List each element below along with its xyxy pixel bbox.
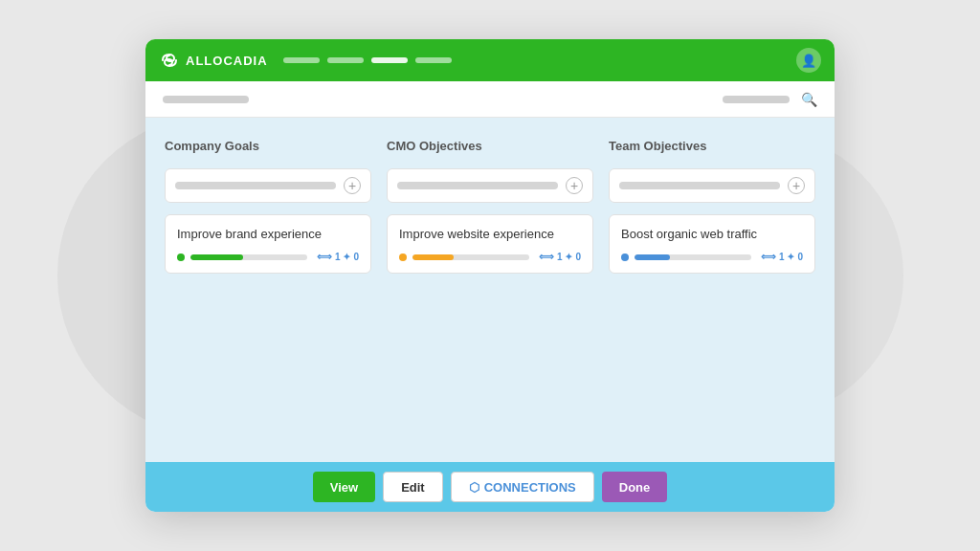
- column-cmo-objectives: CMO Objectives + Improve website experie…: [387, 139, 593, 274]
- allocadia-logo-icon: [159, 50, 180, 71]
- add-input-team-objectives: [619, 182, 780, 189]
- edit-button[interactable]: Edit: [383, 472, 443, 502]
- progress-bar-fill-2: [635, 254, 670, 260]
- progress-bar-bg-2: [635, 254, 751, 260]
- search-icon[interactable]: 🔍: [801, 92, 817, 107]
- goal-card-team-objectives-0[interactable]: Boost organic web traffic ⟺ 1 ✦ 0: [609, 214, 815, 274]
- done-button[interactable]: Done: [602, 472, 668, 502]
- goal-card-title-1: Improve website experience: [399, 227, 581, 241]
- goal-card-bottom-0: ⟺ 1 ✦ 0: [177, 251, 359, 263]
- topbar-logo: ALLOCADIA: [159, 50, 268, 71]
- card-count-0: ⟺ 1 ✦ 0: [317, 251, 359, 263]
- topbar-nav-pill-2[interactable]: [327, 57, 364, 63]
- card-count-icon-0: ⟺: [317, 251, 332, 263]
- subbar-nav-pill-2: [723, 96, 790, 103]
- goal-card-bottom-1: ⟺ 1 ✦ 0: [399, 251, 581, 263]
- status-dot-blue: [621, 253, 629, 261]
- card-count-icon-2: ⟺: [761, 251, 776, 263]
- main-content: Company Goals + Improve brand experience…: [145, 118, 835, 462]
- view-button[interactable]: View: [313, 472, 375, 502]
- subbar: 🔍: [145, 81, 835, 118]
- topbar: ALLOCADIA 👤: [145, 39, 835, 81]
- topbar-nav-pill-3[interactable]: [371, 57, 408, 63]
- goal-card-cmo-objectives-0[interactable]: Improve website experience ⟺ 1 ✦ 0: [387, 214, 593, 274]
- subbar-nav-pill-1[interactable]: [163, 96, 249, 103]
- status-dot-yellow: [399, 253, 407, 261]
- progress-bar-fill-0: [190, 254, 243, 260]
- user-avatar-icon[interactable]: 👤: [796, 48, 821, 73]
- add-row-cmo-objectives[interactable]: +: [387, 168, 593, 203]
- add-plus-team-objectives[interactable]: +: [788, 177, 805, 194]
- column-company-goals: Company Goals + Improve brand experience…: [165, 139, 371, 274]
- connections-button[interactable]: ⬡ CONNECTIONS: [451, 472, 594, 502]
- app-window: ALLOCADIA 👤 🔍 Company Goals +: [145, 39, 835, 512]
- add-row-team-objectives[interactable]: +: [609, 168, 815, 203]
- column-team-objectives: Team Objectives + Boost organic web traf…: [609, 139, 815, 274]
- status-dot-green: [177, 253, 185, 261]
- goal-card-title-0: Improve brand experience: [177, 227, 359, 241]
- card-count-2: ⟺ 1 ✦ 0: [761, 251, 803, 263]
- card-count-icon-1: ⟺: [539, 251, 554, 263]
- add-input-company-goals: [175, 182, 336, 189]
- column-header-cmo-objectives: CMO Objectives: [387, 139, 593, 153]
- add-row-company-goals[interactable]: +: [165, 168, 371, 203]
- progress-bar-bg-1: [412, 254, 529, 260]
- add-input-cmo-objectives: [397, 182, 558, 189]
- add-plus-cmo-objectives[interactable]: +: [566, 177, 583, 194]
- goal-card-bottom-2: ⟺ 1 ✦ 0: [621, 251, 803, 263]
- topbar-logo-text: ALLOCADIA: [186, 54, 268, 68]
- progress-bar-bg-0: [190, 254, 307, 260]
- add-plus-company-goals[interactable]: +: [344, 177, 361, 194]
- topbar-nav-pill-4[interactable]: [415, 57, 452, 63]
- columns-container: Company Goals + Improve brand experience…: [165, 139, 815, 274]
- column-header-team-objectives: Team Objectives: [609, 139, 815, 153]
- topbar-nav-pills: [283, 57, 452, 63]
- goal-card-company-goals-0[interactable]: Improve brand experience ⟺ 1 ✦ 0: [165, 214, 371, 274]
- goal-card-title-2: Boost organic web traffic: [621, 227, 803, 241]
- bottombar: View Edit ⬡ CONNECTIONS Done: [145, 462, 835, 512]
- connections-label: CONNECTIONS: [484, 480, 576, 495]
- progress-bar-fill-1: [412, 254, 454, 260]
- card-count-1: ⟺ 1 ✦ 0: [539, 251, 581, 263]
- topbar-nav-pill-1[interactable]: [283, 57, 320, 63]
- connections-icon: ⬡: [469, 480, 479, 495]
- column-header-company-goals: Company Goals: [165, 139, 371, 153]
